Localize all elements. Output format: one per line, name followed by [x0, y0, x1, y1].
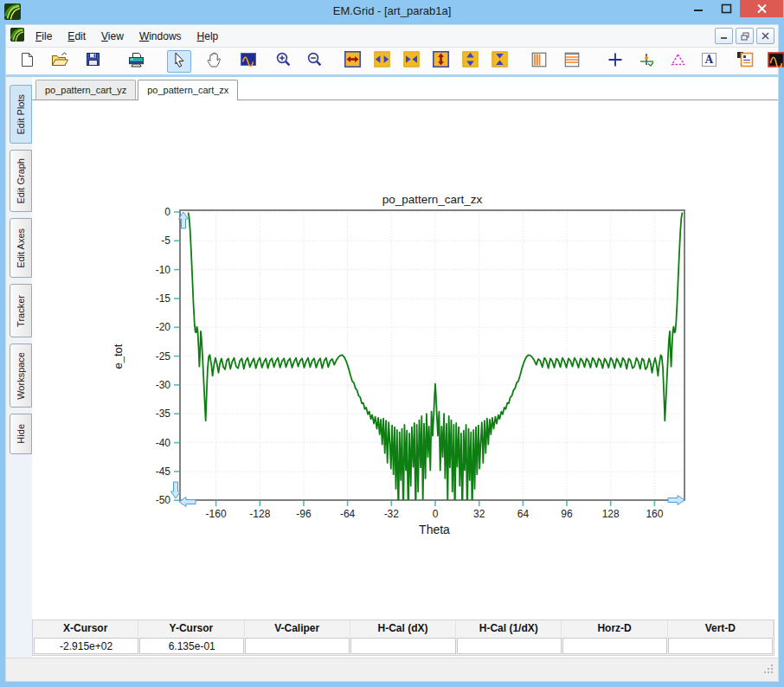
sidebar-tab-edit-plots[interactable]: Edit Plots — [10, 85, 32, 144]
axes-marker-button[interactable] — [634, 50, 659, 73]
sidebar: Edit PlotsEdit GraphEdit AxesTrackerWork… — [6, 77, 32, 658]
stripes-vertical-icon — [531, 52, 547, 71]
crosshair-button[interactable] — [603, 50, 627, 73]
arrows-y-out-button[interactable] — [458, 50, 482, 73]
stripes-vertical-button[interactable] — [527, 50, 551, 73]
chart-canvas: -160-128-96-64-3203264961281600-5-10-15-… — [32, 100, 778, 618]
expand-y-icon — [433, 51, 449, 71]
sidebar-tab-label: Hide — [16, 424, 26, 444]
skew-triangle-button[interactable] — [665, 50, 690, 73]
close-button[interactable] — [740, 0, 783, 17]
sidebar-tab-workspace[interactable]: Workspace — [10, 344, 32, 408]
y-tick-label: -25 — [156, 350, 171, 363]
plot-area[interactable] — [180, 210, 684, 500]
select-cursor-button[interactable] — [167, 50, 191, 73]
save-icon — [86, 52, 100, 70]
doc-tab-label: po_pattern_cart_yz — [45, 85, 126, 95]
stripes-horizontal-icon — [564, 52, 580, 71]
new-document-icon — [20, 52, 35, 71]
sidebar-tab-edit-graph[interactable]: Edit Graph — [10, 150, 32, 212]
menu-file[interactable]: File — [28, 25, 60, 47]
window-title: EM.Grid - [art_parab1a] — [0, 4, 784, 17]
x-tick-label: -96 — [296, 508, 312, 520]
x-tick-label: -64 — [340, 508, 356, 520]
sidebar-tab-tracker[interactable]: Tracker — [10, 284, 32, 337]
menubar: FileEditViewWindowsHelp — [6, 25, 778, 48]
trace-single-button[interactable] — [764, 50, 784, 73]
x-tick-label: 64 — [517, 508, 530, 520]
doc-tab-label: po_pattern_cart_zx — [147, 85, 228, 95]
x-cursor-left-arrow[interactable] — [179, 498, 196, 507]
print-button[interactable] — [124, 50, 148, 73]
x-tick-label: 32 — [473, 508, 485, 520]
sidebar-tab-label: Edit Axes — [16, 228, 26, 268]
cursor-status-table: X-CursorY-CursorV-CaliperH-Cal (dX)H-Cal… — [32, 620, 774, 656]
crosshair-icon — [607, 52, 623, 71]
status-value-cell — [245, 638, 350, 654]
resize-grip-icon[interactable] — [763, 663, 774, 678]
maximize-button[interactable] — [712, 0, 740, 17]
status-value-cell — [457, 638, 562, 654]
new-document-button[interactable] — [15, 50, 39, 73]
axes-marker-icon — [639, 52, 655, 71]
sidebar-tab-label: Edit Plots — [16, 94, 26, 134]
mdi-restore-button[interactable] — [736, 28, 754, 44]
pan-hand-icon — [207, 52, 222, 71]
zoom-in-button[interactable] — [271, 50, 295, 73]
legend-icon — [736, 51, 754, 71]
arrows-y-in-button[interactable] — [487, 50, 511, 73]
x-cursor-right-arrow[interactable] — [668, 496, 684, 505]
y-tick-label: -30 — [156, 379, 171, 391]
status-value-cell — [350, 638, 455, 654]
menu-windows[interactable]: Windows — [132, 25, 190, 47]
menu-help[interactable]: Help — [190, 25, 227, 47]
menu-edit[interactable]: Edit — [60, 25, 93, 47]
svg-text:A: A — [704, 54, 713, 66]
arrows-x-in-icon — [403, 51, 420, 71]
x-tick-label: -160 — [206, 508, 227, 520]
y-tick-label: -10 — [156, 264, 171, 276]
legend-button[interactable] — [733, 50, 757, 73]
pan-hand-button[interactable] — [202, 50, 226, 73]
x-tick-label: 0 — [433, 508, 439, 520]
mdi-minimize-button[interactable] — [715, 28, 733, 44]
menu-view[interactable]: View — [93, 25, 132, 47]
document-tabs: po_pattern_cart_yzpo_pattern_cart_zx — [32, 77, 778, 100]
y-tick-label: -20 — [156, 321, 171, 333]
mdi-close-button[interactable] — [756, 28, 774, 44]
zoom-out-button[interactable] — [302, 50, 326, 73]
y-tick-label: -50 — [156, 494, 171, 506]
status-value-cell — [562, 638, 667, 654]
minimize-button[interactable] — [684, 0, 712, 17]
expand-x-icon — [344, 51, 361, 71]
expand-x-button[interactable] — [340, 50, 364, 73]
text-label-icon: A — [701, 52, 717, 71]
expand-y-button[interactable] — [428, 50, 453, 73]
status-value-cell — [668, 638, 773, 654]
doc-tab-po_pattern_cart_zx[interactable]: po_pattern_cart_zx — [138, 80, 238, 100]
client-area: FileEditViewWindowsHelp ALayout▾ Edit Pl… — [5, 24, 779, 682]
status-strip — [6, 658, 778, 681]
x-tick-label: 128 — [602, 508, 620, 520]
arrows-x-out-button[interactable] — [370, 50, 394, 73]
y-tick-label: 0 — [164, 206, 170, 218]
doc-tab-po_pattern_cart_yz[interactable]: po_pattern_cart_yz — [35, 80, 136, 100]
sidebar-tab-label: Edit Graph — [16, 158, 26, 204]
zoom-plot-button[interactable] — [236, 50, 260, 73]
sidebar-tab-hide[interactable]: Hide — [10, 414, 32, 454]
arrows-x-in-button[interactable] — [399, 50, 423, 73]
open-file-button[interactable] — [48, 50, 72, 73]
y-cursor-bottom-arrow[interactable] — [171, 482, 181, 498]
titlebar[interactable]: EM.Grid - [art_parab1a] — [0, 0, 784, 24]
y-tick-label: -5 — [161, 234, 170, 247]
text-label-button[interactable]: A — [697, 50, 721, 73]
y-tick-label: -45 — [156, 465, 171, 478]
toolbar: ALayout▾ — [6, 48, 778, 77]
document-logo-icon — [10, 28, 24, 45]
zoom-plot-icon — [240, 52, 257, 70]
status-value-cell: -2.915e+02 — [34, 638, 138, 654]
save-button[interactable] — [80, 50, 105, 73]
stripes-horizontal-button[interactable] — [560, 50, 584, 73]
sidebar-tab-edit-axes[interactable]: Edit Axes — [10, 218, 32, 278]
y-tick-label: -35 — [156, 408, 171, 420]
